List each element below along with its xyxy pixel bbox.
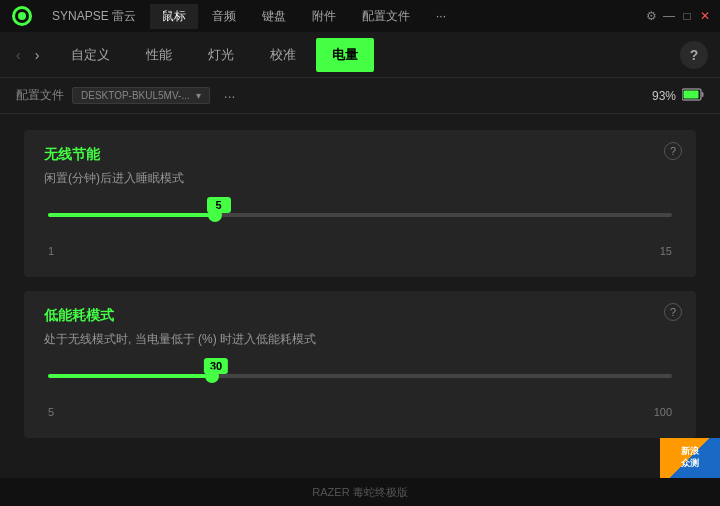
titlebar-tabs: SYNAPSE 雷云 鼠标 音频 键盘 附件 配置文件 ··· — [40, 4, 644, 29]
titlebar: SYNAPSE 雷云 鼠标 音频 键盘 附件 配置文件 ··· ⚙ — □ ✕ — [0, 0, 720, 32]
card2-thumb[interactable] — [205, 369, 219, 383]
main-content: 无线节能 闲置(分钟)后进入睡眠模式 ? 5 1 15 低能耗模式 处于无线模式… — [0, 114, 720, 478]
card1-info-button[interactable]: ? — [664, 142, 682, 160]
nav-arrows: ‹ › — [12, 45, 43, 65]
card1-slider-labels: 1 15 — [48, 245, 672, 257]
card1-track-fill — [48, 213, 215, 217]
card2-slider-labels: 5 100 — [48, 406, 672, 418]
titlebar-tab-more[interactable]: ··· — [424, 5, 458, 27]
dropdown-arrow: ▾ — [196, 90, 201, 101]
card2-info-button[interactable]: ? — [664, 303, 682, 321]
card1-thumb[interactable] — [208, 208, 222, 222]
maximize-button[interactable]: □ — [680, 9, 694, 23]
titlebar-tab-synapse[interactable]: SYNAPSE 雷云 — [40, 4, 148, 29]
tab-lighting[interactable]: 灯光 — [192, 38, 250, 72]
tab-customize[interactable]: 自定义 — [55, 38, 126, 72]
window-controls: ⚙ — □ ✕ — [644, 9, 712, 23]
watermark: 新浪 众测 — [660, 438, 720, 478]
wireless-power-card: 无线节能 闲置(分钟)后进入睡眠模式 ? 5 1 15 — [24, 130, 696, 277]
close-button[interactable]: ✕ — [698, 9, 712, 23]
card1-min-label: 1 — [48, 245, 54, 257]
back-arrow[interactable]: ‹ — [12, 45, 25, 65]
card2-slider-track[interactable] — [48, 366, 672, 386]
titlebar-tab-audio[interactable]: 音频 — [200, 4, 248, 29]
device-name: RAZER 毒蛇终极版 — [312, 485, 407, 500]
card1-slider-container: 5 1 15 — [44, 205, 676, 257]
card2-track-fill — [48, 374, 212, 378]
svg-point-2 — [18, 12, 26, 20]
config-label: 配置文件 — [16, 87, 64, 104]
tab-performance[interactable]: 性能 — [130, 38, 188, 72]
card2-slider-container: 30 5 100 — [44, 366, 676, 418]
svg-rect-4 — [702, 92, 704, 97]
low-power-card: 低能耗模式 处于无线模式时, 当电量低于 (%) 时进入低能耗模式 ? 30 5… — [24, 291, 696, 438]
config-more-button[interactable]: ··· — [218, 86, 242, 106]
battery-percent: 93% — [652, 89, 676, 103]
battery-icon — [682, 88, 704, 104]
card1-description: 闲置(分钟)后进入睡眠模式 — [44, 170, 676, 187]
forward-arrow[interactable]: › — [31, 45, 44, 65]
svg-rect-5 — [684, 90, 699, 98]
tab-calibration[interactable]: 校准 — [254, 38, 312, 72]
titlebar-tab-mouse[interactable]: 鼠标 — [150, 4, 198, 29]
minimize-button[interactable]: — — [662, 9, 676, 23]
titlebar-tab-profile[interactable]: 配置文件 — [350, 4, 422, 29]
card2-max-label: 100 — [654, 406, 672, 418]
card2-min-label: 5 — [48, 406, 54, 418]
card1-title: 无线节能 — [44, 146, 676, 164]
titlebar-tab-accessories[interactable]: 附件 — [300, 4, 348, 29]
nav-tabs: 自定义 性能 灯光 校准 电量 — [55, 38, 680, 72]
watermark-text: 新浪 众测 — [681, 446, 699, 469]
config-selector[interactable]: DESKTOP-BKUL5MV-... ▾ — [72, 87, 210, 104]
titlebar-tab-keyboard[interactable]: 键盘 — [250, 4, 298, 29]
card2-description: 处于无线模式时, 当电量低于 (%) 时进入低能耗模式 — [44, 331, 676, 348]
card1-max-label: 15 — [660, 245, 672, 257]
card2-title: 低能耗模式 — [44, 307, 676, 325]
footer: RAZER 毒蛇终极版 — [0, 478, 720, 506]
card1-slider-track[interactable] — [48, 205, 672, 225]
settings-button[interactable]: ⚙ — [644, 9, 658, 23]
config-value: DESKTOP-BKUL5MV-... — [81, 90, 190, 101]
app-logo — [8, 2, 36, 30]
tab-power[interactable]: 电量 — [316, 38, 374, 72]
help-button[interactable]: ? — [680, 41, 708, 69]
battery-info: 93% — [652, 88, 704, 104]
configbar: 配置文件 DESKTOP-BKUL5MV-... ▾ ··· 93% — [0, 78, 720, 114]
navbar: ‹ › 自定义 性能 灯光 校准 电量 ? — [0, 32, 720, 78]
